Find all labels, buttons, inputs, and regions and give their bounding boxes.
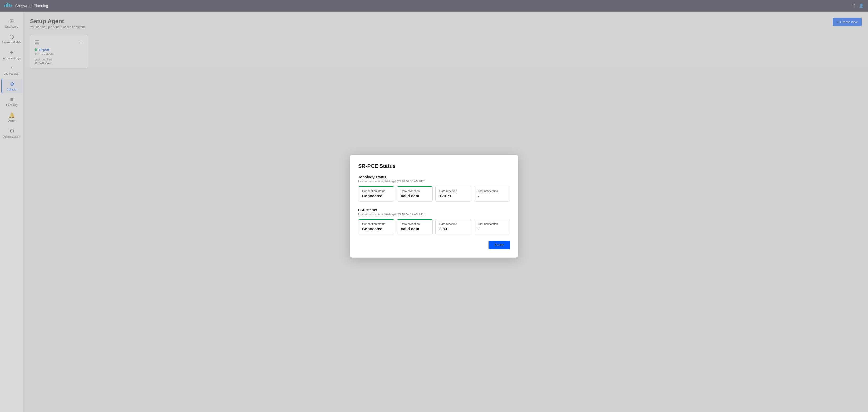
topology-collection-label: Data collection [401,190,429,193]
topology-notification-value: - [478,194,506,198]
modal: SR-PCE Status Topology status Last full … [350,155,518,258]
topology-last-notification-card: Last notification - [474,186,510,202]
lsp-collection-label: Data collection [401,222,429,226]
topology-received-value: 120.71 [439,194,467,198]
topology-connection-status-card: Connection status Connected [358,186,394,202]
lsp-data-collection-card: Data collection Valid data [397,219,433,234]
topology-data-received-card: Data received 120.71 [435,186,471,202]
modal-overlay: SR-PCE Status Topology status Last full … [0,0,868,412]
topology-connection-value: Connected [362,194,390,198]
topology-status-section: Topology status Last full connection: 24… [358,175,510,202]
topology-section-title: Topology status [358,175,510,179]
lsp-connection-value: Connected [362,227,390,231]
topology-cards-row: Connection status Connected Data collect… [358,186,510,202]
modal-title: SR-PCE Status [358,163,510,169]
lsp-last-notification-card: Last notification - [474,219,510,234]
topology-last-connection: Last full connection: 24-Aug-2024 01:52:… [358,180,510,183]
topology-received-label: Data received [439,190,467,193]
topology-collection-value: Valid data [401,194,429,198]
lsp-connection-status-card: Connection status Connected [358,219,394,234]
lsp-received-label: Data received [439,222,467,226]
lsp-received-value: 2.83 [439,227,467,231]
lsp-status-section: LSP status Last full connection: 24-Aug-… [358,208,510,234]
topology-connection-label: Connection status [362,190,390,193]
lsp-section-title: LSP status [358,208,510,212]
lsp-data-received-card: Data received 2.83 [435,219,471,234]
lsp-collection-value: Valid data [401,227,429,231]
lsp-notification-value: - [478,227,506,231]
done-button[interactable]: Done [489,241,510,249]
modal-footer: Done [358,241,510,249]
lsp-notification-label: Last notification [478,222,506,226]
topology-notification-label: Last notification [478,190,506,193]
lsp-last-connection: Last full connection: 24-Aug-2024 01:52:… [358,213,510,216]
lsp-cards-row: Connection status Connected Data collect… [358,219,510,234]
topology-data-collection-card: Data collection Valid data [397,186,433,202]
lsp-connection-label: Connection status [362,222,390,226]
